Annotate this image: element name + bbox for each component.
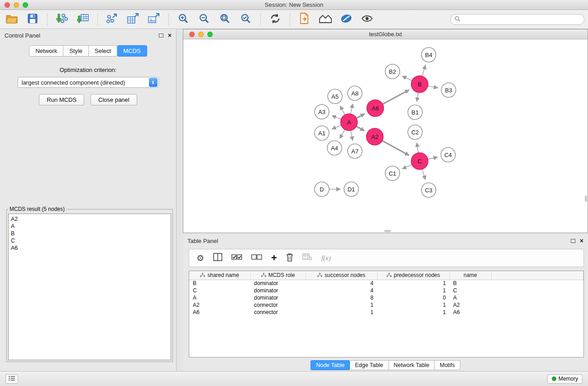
edge-C-C4[interactable] [428,157,438,159]
cell-mcds-role[interactable]: dominator [250,294,306,301]
cell-shared-name[interactable]: B [189,280,250,287]
run-mcds-button[interactable]: Run MCDS [39,94,84,105]
task-history-button[interactable] [5,374,18,384]
zoom-selected-button[interactable] [238,12,254,27]
edge-A-A6[interactable] [356,114,364,118]
node-C[interactable]: C [411,153,428,170]
node-table[interactable]: shared name MCDS role successor nodes pr… [189,271,584,357]
cell-successor-nodes[interactable]: 8 [306,294,377,301]
table-row[interactable]: A dominator 8 0 A [189,294,583,301]
edge-B-B1[interactable] [417,92,418,101]
cell-shared-name[interactable]: A6 [189,309,250,316]
node-B3[interactable]: B3 [441,83,456,97]
edge-A-A2[interactable] [356,126,364,131]
tab-network-table[interactable]: Network Table [389,360,435,370]
float-panel-icon[interactable] [571,239,575,243]
cell-mcds-role[interactable]: connector [250,301,306,309]
cell-name[interactable]: A [449,294,491,301]
cell-predecessor-nodes[interactable]: 1 [377,309,449,316]
node-A7[interactable]: A7 [348,144,362,158]
vertical-scroll-thumb[interactable] [585,195,587,202]
toolbar-search[interactable] [450,14,584,25]
close-panel-icon[interactable]: × [168,32,172,38]
network-graph[interactable]: AA1A2A3A4A5A6A7A8BB1B2B3B4CC1C2C3C4DD1 [183,39,588,233]
hide-panels-button[interactable] [317,12,334,27]
node-A6[interactable]: A6 [367,100,384,117]
cell-shared-name[interactable]: A [189,294,250,301]
edge-A-A3[interactable] [332,116,341,119]
horizontal-scroll-thumb[interactable] [384,230,391,232]
close-window-button[interactable] [189,32,195,37]
column-header-shared-name[interactable]: shared name [189,271,250,280]
import-network-button[interactable] [54,12,70,27]
table-row[interactable]: C dominator 4 1 C [189,287,583,294]
edge-A6-B[interactable] [382,90,409,105]
cell-name[interactable]: A6 [449,309,491,316]
network-canvas[interactable]: AA1A2A3A4A5A6A7A8BB1B2B3B4CC1C2C3C4DD1 [183,39,588,233]
cell-name[interactable]: B [449,280,491,287]
list-item[interactable]: C [11,237,168,244]
node-A[interactable]: A [341,114,358,131]
node-A2[interactable]: A2 [367,129,383,145]
deselect-all-button[interactable] [251,252,262,264]
table-row[interactable]: A6 connector 1 1 A6 [189,309,583,316]
function-builder-button[interactable]: f(x) [321,252,331,264]
delete-column-button[interactable] [286,252,293,264]
export-table-button[interactable] [125,12,141,27]
mcds-result-list[interactable]: A2 A B C A6 [8,214,171,360]
node-B[interactable]: B [411,76,428,93]
edge-C-C3[interactable] [422,169,425,180]
cell-predecessor-nodes[interactable]: 1 [377,280,449,287]
edge-A-A8[interactable] [351,104,353,114]
node-B2[interactable]: B2 [385,64,400,79]
cell-predecessor-nodes[interactable]: 1 [377,301,449,309]
edge-B-B3[interactable] [428,86,438,88]
cell-successor-nodes[interactable]: 1 [306,309,377,316]
edge-C-C2[interactable] [417,143,418,153]
criterion-dropdown[interactable]: largest connected component (directed) ▲… [18,77,159,88]
close-panel-icon[interactable]: × [580,238,583,244]
close-window-button[interactable] [5,2,10,8]
tab-mcds[interactable]: MCDS [117,45,147,57]
edge-B-B4[interactable] [422,65,425,76]
table-settings-button[interactable]: ⚙ [196,252,204,264]
tab-select[interactable]: Select [89,45,117,57]
node-A1[interactable]: A1 [315,126,329,140]
show-details-button[interactable] [359,12,375,27]
memory-button[interactable]: Memory [547,374,583,384]
edge-A-A7[interactable] [351,130,353,140]
node-C4[interactable]: C4 [441,148,455,162]
cell-shared-name[interactable]: C [189,287,250,294]
create-column-button[interactable]: + [271,252,277,264]
node-C2[interactable]: C2 [408,125,422,139]
cell-successor-nodes[interactable]: 1 [306,301,377,309]
list-item[interactable]: A [11,223,168,230]
node-A5[interactable]: A5 [328,89,342,104]
list-item[interactable]: B [11,230,168,237]
zoom-fit-button[interactable] [217,12,233,27]
column-header-successor-nodes[interactable]: successor nodes [306,271,377,280]
session-file-button[interactable] [296,12,313,27]
network-window-controls[interactable] [189,32,213,37]
node-A3[interactable]: A3 [315,105,329,119]
cell-successor-nodes[interactable]: 4 [306,287,377,294]
cell-predecessor-nodes[interactable]: 0 [377,294,449,301]
close-panel-button[interactable]: Close panel [91,94,137,105]
node-D1[interactable]: D1 [344,182,359,196]
node-D[interactable]: D [315,182,329,196]
cell-predecessor-nodes[interactable]: 1 [377,287,449,294]
apply-layout-button[interactable] [267,12,283,27]
delete-table-button[interactable] [302,252,312,264]
cell-shared-name[interactable]: A2 [189,301,250,309]
cell-mcds-role[interactable]: connector [250,309,306,316]
show-columns-button[interactable] [213,252,222,264]
tab-node-table[interactable]: Node Table [311,360,350,370]
search-input[interactable] [463,16,580,23]
window-controls[interactable] [5,2,28,8]
column-header-predecessor-nodes[interactable]: predecessor nodes [377,271,449,280]
edge-A2-C[interactable] [382,141,409,155]
tab-edge-table[interactable]: Edge Table [350,360,388,370]
node-B4[interactable]: B4 [421,48,436,62]
help-button[interactable] [338,12,354,27]
edge-C-C1[interactable] [402,165,412,169]
